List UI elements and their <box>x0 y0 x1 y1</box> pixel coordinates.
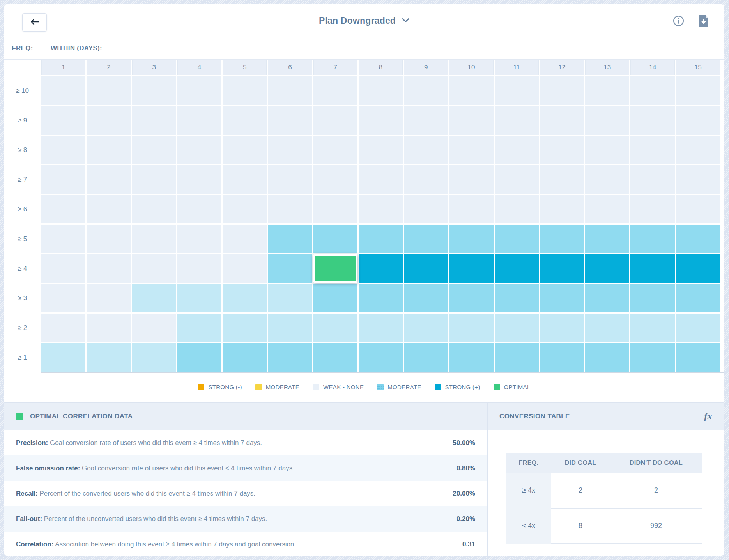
heatmap-cell[interactable] <box>449 76 493 105</box>
heatmap-cell[interactable] <box>223 314 267 342</box>
heatmap-cell[interactable] <box>87 254 131 283</box>
heatmap-cell[interactable] <box>585 284 629 312</box>
heatmap-cell[interactable] <box>449 225 493 253</box>
heatmap-cell[interactable] <box>132 254 176 283</box>
heatmap-cell[interactable] <box>223 165 267 194</box>
heatmap-cell[interactable] <box>404 76 448 105</box>
heatmap-cell[interactable] <box>404 343 448 372</box>
heatmap-cell[interactable] <box>359 284 403 312</box>
heatmap-cell[interactable] <box>449 136 493 164</box>
heatmap-cell[interactable] <box>495 136 539 164</box>
heatmap-cell[interactable] <box>223 225 267 253</box>
heatmap-cell[interactable] <box>359 254 403 283</box>
heatmap-cell[interactable] <box>41 225 85 253</box>
heatmap-cell[interactable] <box>41 284 85 312</box>
heatmap-cell[interactable] <box>41 254 85 283</box>
heatmap-cell[interactable] <box>676 343 720 372</box>
heatmap-cell[interactable] <box>449 195 493 223</box>
heatmap-cell[interactable] <box>268 284 312 312</box>
heatmap-cell[interactable] <box>404 284 448 312</box>
heatmap-cell[interactable] <box>449 254 493 283</box>
heatmap-cell[interactable] <box>676 195 720 223</box>
heatmap-cell[interactable] <box>540 195 584 223</box>
heatmap-cell[interactable] <box>359 76 403 105</box>
heatmap-cell[interactable] <box>630 314 674 342</box>
heatmap-cell[interactable] <box>495 284 539 312</box>
heatmap-cell[interactable] <box>676 106 720 135</box>
heatmap-cell[interactable] <box>585 165 629 194</box>
heatmap-cell[interactable] <box>268 254 312 283</box>
heatmap-cell[interactable] <box>87 106 131 135</box>
heatmap-cell[interactable] <box>630 136 674 164</box>
heatmap-cell[interactable] <box>223 106 267 135</box>
heatmap-cell[interactable] <box>495 76 539 105</box>
heatmap-cell[interactable] <box>177 195 221 223</box>
heatmap-cell[interactable] <box>41 76 85 105</box>
heatmap-cell[interactable] <box>585 254 629 283</box>
heatmap-cell[interactable] <box>495 165 539 194</box>
heatmap-cell[interactable] <box>177 314 221 342</box>
info-icon[interactable] <box>673 15 684 27</box>
heatmap-cell[interactable] <box>132 76 176 105</box>
heatmap-cell[interactable] <box>676 136 720 164</box>
heatmap-cell[interactable] <box>268 225 312 253</box>
heatmap-cell[interactable] <box>313 284 357 312</box>
heatmap-cell[interactable] <box>41 314 85 342</box>
heatmap-cell[interactable] <box>313 195 357 223</box>
heatmap-cell[interactable] <box>313 343 357 372</box>
heatmap-cell[interactable] <box>268 165 312 194</box>
heatmap-cell[interactable] <box>87 343 131 372</box>
heatmap-cell[interactable] <box>268 195 312 223</box>
heatmap-cell[interactable] <box>630 76 674 105</box>
heatmap-cell[interactable] <box>585 106 629 135</box>
heatmap-cell[interactable] <box>676 165 720 194</box>
heatmap-cell[interactable] <box>87 136 131 164</box>
heatmap-cell[interactable] <box>177 136 221 164</box>
heatmap-cell[interactable] <box>223 254 267 283</box>
heatmap-cell[interactable] <box>540 314 584 342</box>
heatmap-cell[interactable] <box>359 165 403 194</box>
heatmap-cell[interactable] <box>495 225 539 253</box>
heatmap-cell[interactable] <box>540 165 584 194</box>
heatmap-cell[interactable] <box>540 284 584 312</box>
heatmap-cell[interactable] <box>676 225 720 253</box>
heatmap-cell[interactable] <box>404 136 448 164</box>
heatmap-cell[interactable] <box>223 76 267 105</box>
heatmap-cell[interactable] <box>495 106 539 135</box>
heatmap-cell[interactable] <box>132 284 176 312</box>
heatmap-cell[interactable] <box>132 106 176 135</box>
heatmap-cell[interactable] <box>585 225 629 253</box>
back-button[interactable] <box>22 13 47 32</box>
heatmap-cell[interactable] <box>404 165 448 194</box>
heatmap-cell[interactable] <box>630 225 674 253</box>
heatmap-cell[interactable] <box>313 225 357 253</box>
heatmap-cell[interactable] <box>585 314 629 342</box>
heatmap-cell[interactable] <box>359 136 403 164</box>
heatmap-cell[interactable] <box>404 225 448 253</box>
heatmap-cell[interactable] <box>87 76 131 105</box>
heatmap-cell[interactable] <box>87 225 131 253</box>
heatmap-cell[interactable] <box>449 284 493 312</box>
heatmap-cell[interactable] <box>41 195 85 223</box>
heatmap-cell[interactable] <box>404 106 448 135</box>
heatmap-cell[interactable] <box>359 195 403 223</box>
heatmap-cell[interactable] <box>540 106 584 135</box>
heatmap-cell[interactable] <box>585 76 629 105</box>
heatmap-cell[interactable] <box>630 254 674 283</box>
heatmap-cell[interactable] <box>495 343 539 372</box>
heatmap-cell[interactable] <box>359 225 403 253</box>
heatmap-cell[interactable] <box>313 165 357 194</box>
heatmap-cell[interactable] <box>540 343 584 372</box>
heatmap-cell[interactable] <box>359 314 403 342</box>
heatmap-cell[interactable] <box>177 254 221 283</box>
heatmap-cell[interactable] <box>630 195 674 223</box>
heatmap-cell[interactable] <box>132 136 176 164</box>
heatmap-cell[interactable] <box>313 136 357 164</box>
heatmap-cell[interactable] <box>223 195 267 223</box>
heatmap-cell[interactable] <box>676 284 720 312</box>
heatmap-cell[interactable] <box>449 165 493 194</box>
heatmap-cell[interactable] <box>404 314 448 342</box>
heatmap-cell[interactable] <box>404 254 448 283</box>
heatmap-cell[interactable] <box>676 76 720 105</box>
heatmap-cell[interactable] <box>449 106 493 135</box>
